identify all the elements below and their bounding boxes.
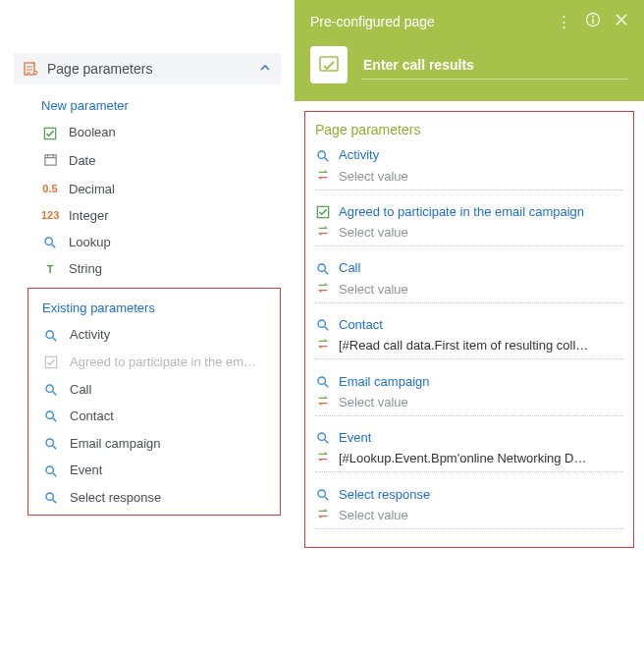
svg-rect-3 — [44, 154, 55, 164]
field-label: Activity — [339, 147, 379, 162]
lookup-icon — [315, 147, 331, 163]
swap-icon — [315, 224, 331, 241]
field-value: Select value — [339, 225, 623, 240]
field-value-row[interactable]: [#Lookup.Event.Bpm'online Networking D… — [315, 447, 623, 472]
checkbox-icon — [315, 204, 331, 220]
param-type-label: String — [69, 261, 102, 276]
lookup-icon — [315, 486, 331, 502]
existing-param-item[interactable]: Call — [28, 375, 280, 403]
right-section-title: Page parameters — [315, 120, 623, 145]
svg-point-19 — [318, 320, 325, 327]
checkbox-icon — [41, 125, 59, 140]
field-label-row[interactable]: Select response — [315, 484, 623, 504]
existing-param-label: Activity — [70, 327, 110, 342]
chevron-up-icon — [259, 61, 271, 77]
svg-point-4 — [45, 238, 52, 245]
param-type-item[interactable]: TString — [14, 255, 281, 282]
panel-title: Pre-configured page — [310, 14, 557, 29]
field-block: Contact[#Read call data.First item of re… — [315, 315, 623, 360]
svg-point-13 — [592, 16, 594, 18]
swap-icon — [315, 281, 331, 298]
right-header: Pre-configured page ⋮ — [295, 0, 644, 101]
svg-point-18 — [318, 264, 325, 271]
existing-param-item[interactable]: Select response — [28, 484, 280, 512]
param-type-label: Date — [69, 153, 95, 168]
field-label-row[interactable]: Event — [315, 428, 623, 448]
field-label: Email campaign — [339, 374, 430, 389]
field-label: Event — [339, 430, 371, 445]
page-parameters-section-header[interactable]: Page parameters — [14, 53, 281, 84]
svg-point-7 — [46, 385, 53, 392]
svg-point-10 — [46, 466, 53, 473]
info-icon[interactable] — [585, 12, 601, 30]
existing-param-label: Agreed to participate in the em… — [70, 354, 256, 369]
param-type-item[interactable]: 123Integer — [14, 202, 281, 229]
right-body-box: Page parameters ActivitySelect valueAgre… — [304, 111, 634, 548]
svg-point-11 — [46, 493, 53, 500]
param-type-item[interactable]: Date — [14, 146, 281, 176]
field-block: Event[#Lookup.Event.Bpm'online Networkin… — [315, 428, 623, 473]
existing-param-label: Email campaign — [70, 436, 161, 451]
type-badge-icon: T — [41, 263, 59, 275]
existing-param-label: Contact — [70, 409, 114, 423]
existing-param-item[interactable]: Contact — [28, 403, 280, 430]
field-value-row[interactable]: Select value — [315, 391, 623, 416]
param-type-label: Decimal — [69, 182, 115, 196]
field-label-row[interactable]: Email campaign — [315, 371, 623, 391]
checkbox-icon — [42, 354, 60, 370]
new-parameter-link[interactable]: New parameter — [14, 92, 281, 119]
field-label: Contact — [339, 317, 383, 332]
field-label: Select response — [339, 487, 430, 502]
existing-param-item[interactable]: Activity — [28, 321, 280, 349]
swap-icon — [315, 394, 331, 410]
swap-icon — [315, 168, 331, 185]
field-list: ActivitySelect valueAgreed to participat… — [315, 145, 623, 529]
more-icon[interactable]: ⋮ — [557, 13, 571, 30]
field-block: Select responseSelect value — [315, 484, 623, 529]
right-panel: Pre-configured page ⋮ Page parameters Ac… — [295, 0, 644, 654]
right-header-top-row: Pre-configured page ⋮ — [310, 12, 628, 30]
param-type-item[interactable]: Lookup — [14, 229, 281, 256]
field-label-row[interactable]: Contact — [315, 315, 623, 335]
field-label-row[interactable]: Call — [315, 258, 623, 278]
field-value: Select value — [339, 395, 623, 409]
lookup-icon — [42, 381, 60, 397]
existing-parameter-list: ActivityAgreed to participate in the em…… — [28, 321, 280, 511]
svg-point-22 — [318, 490, 325, 497]
svg-point-5 — [46, 331, 53, 338]
svg-point-20 — [318, 377, 325, 384]
page-icon — [310, 46, 348, 83]
existing-param-item[interactable]: Email campaign — [28, 429, 280, 457]
existing-param-label: Event — [70, 463, 102, 477]
existing-param-item[interactable]: Agreed to participate in the em… — [28, 349, 280, 376]
existing-param-item[interactable]: Event — [28, 457, 280, 484]
field-value: Select value — [339, 169, 623, 184]
field-value-row[interactable]: Select value — [315, 504, 623, 529]
date-icon — [41, 152, 59, 170]
param-type-label: Lookup — [69, 235, 111, 249]
param-type-item[interactable]: 0.5Decimal — [14, 176, 281, 202]
param-type-item[interactable]: Boolean — [14, 119, 281, 146]
field-value-row[interactable]: Select value — [315, 278, 623, 303]
swap-icon — [315, 450, 331, 466]
parameter-type-list: BooleanDate0.5Decimal123IntegerLookupTSt… — [14, 119, 281, 282]
page-title-input[interactable] — [361, 51, 628, 80]
existing-param-label: Call — [70, 382, 91, 397]
field-value-row[interactable]: Select value — [315, 165, 623, 191]
field-value-row[interactable]: Select value — [315, 221, 623, 246]
field-label-row[interactable]: Agreed to participate in the email campa… — [315, 202, 623, 222]
lookup-icon — [315, 373, 331, 389]
field-label-row[interactable]: Activity — [315, 145, 623, 165]
close-icon[interactable] — [615, 13, 628, 29]
existing-parameters-header: Existing parameters — [28, 293, 280, 321]
lookup-icon — [42, 409, 60, 424]
header-action-icons: ⋮ — [557, 12, 628, 30]
title-input-row — [310, 46, 628, 83]
field-block: CallSelect value — [315, 258, 623, 303]
field-label: Call — [339, 260, 360, 275]
svg-rect-14 — [592, 19, 593, 24]
svg-point-9 — [46, 439, 53, 446]
lookup-icon — [41, 235, 59, 250]
field-value-row[interactable]: [#Read call data.First item of resulting… — [315, 334, 623, 359]
lookup-icon — [315, 260, 331, 276]
